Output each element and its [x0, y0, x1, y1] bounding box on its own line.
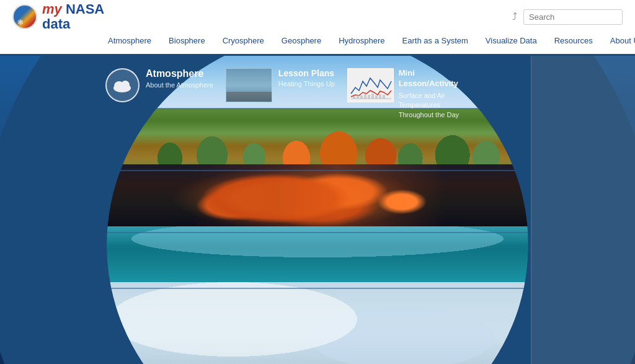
- lesson-text: Lesson Plans Heating Things Up: [278, 68, 335, 87]
- right-panel: [531, 56, 635, 364]
- nav-biosphere[interactable]: Biosphere: [160, 33, 214, 48]
- svg-rect-7: [360, 95, 363, 99]
- header-right: ⤴: [512, 9, 623, 25]
- logo-text: my NASA data: [42, 2, 104, 32]
- nav-hydrosphere[interactable]: Hydrosphere: [330, 33, 393, 48]
- mini-text: Mini Lesson/Activity Surface and Air Tem…: [399, 68, 461, 120]
- atmosphere-card: Atmosphere About the Atmosphere: [105, 68, 213, 102]
- header: my NASA data ⤴ Atmosphere Biosphere Cryo…: [0, 0, 635, 56]
- hydrosphere-layer: [107, 226, 528, 288]
- lesson-description: Heating Things Up: [278, 80, 335, 87]
- nav-geosphere[interactable]: Geosphere: [273, 33, 330, 48]
- atmosphere-title: Atmosphere: [146, 68, 213, 79]
- logo: my NASA data: [12, 2, 104, 32]
- main-content: Atmosphere About the Atmosphere Lesson P…: [0, 56, 635, 364]
- nav-cryosphere[interactable]: Cryosphere: [214, 33, 273, 48]
- cryosphere-layer: [107, 282, 528, 365]
- logo-my: my NASA: [42, 1, 104, 17]
- svg-rect-9: [368, 95, 370, 99]
- info-panel: Atmosphere About the Atmosphere Lesson P…: [105, 68, 461, 120]
- atmosphere-text: Atmosphere About the Atmosphere: [146, 68, 213, 89]
- layer-separator-2: [107, 170, 528, 171]
- svg-point-2: [121, 81, 130, 89]
- top-bar: my NASA data ⤴: [0, 0, 635, 31]
- mini-title: Mini Lesson/Activity: [399, 68, 461, 89]
- lesson-thumbnail: [226, 68, 272, 102]
- svg-rect-6: [357, 95, 359, 99]
- lesson-title: Lesson Plans: [278, 68, 335, 78]
- svg-rect-13: [383, 95, 385, 99]
- mini-thumbnail: [347, 68, 394, 102]
- geosphere-layer: [107, 164, 528, 233]
- nav-visualize[interactable]: Visualize Data: [477, 33, 546, 48]
- svg-rect-12: [379, 94, 381, 99]
- svg-rect-8: [364, 94, 366, 99]
- nav-earth-system[interactable]: Earth as a System: [394, 33, 477, 48]
- mini-lesson-card: Mini Lesson/Activity Surface and Air Tem…: [347, 68, 461, 120]
- navigation: Atmosphere Biosphere Cryosphere Geospher…: [0, 31, 635, 50]
- logo-data: data: [42, 17, 104, 32]
- svg-rect-11: [375, 95, 378, 99]
- atmosphere-description: About the Atmosphere: [146, 81, 213, 89]
- svg-rect-10: [371, 94, 374, 99]
- mini-description: Surface and Air Temperatures Throughout …: [399, 91, 461, 120]
- svg-rect-5: [353, 96, 355, 99]
- search-input[interactable]: [523, 9, 623, 25]
- nav-about[interactable]: About Us: [602, 33, 635, 48]
- nav-atmosphere[interactable]: Atmosphere: [99, 33, 160, 48]
- layer-separator-4: [107, 288, 528, 289]
- lesson-card: Lesson Plans Heating Things Up: [226, 68, 335, 102]
- cloud-icon: [105, 68, 140, 102]
- share-icon[interactable]: ⤴: [512, 11, 517, 22]
- layer-separator-3: [107, 232, 528, 233]
- logo-globe-icon: [12, 4, 37, 29]
- nav-resources[interactable]: Resources: [546, 33, 602, 48]
